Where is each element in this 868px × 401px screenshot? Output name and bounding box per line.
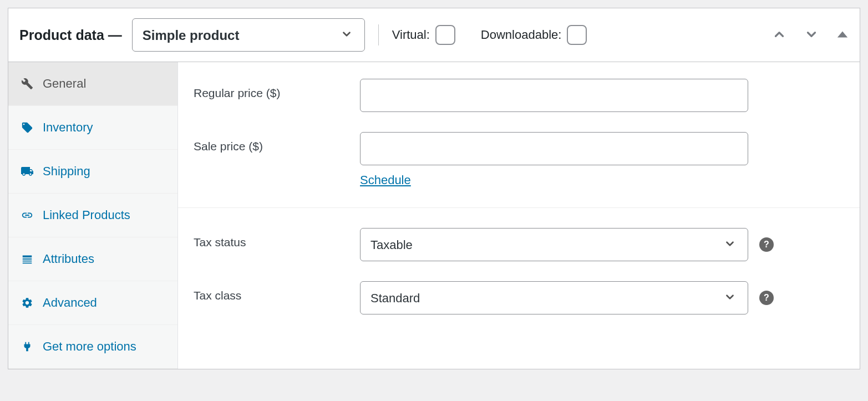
sidebar-item-label: Attributes: [43, 252, 94, 266]
truck-icon: [21, 165, 34, 178]
tax-class-row: Tax class Standard ?: [194, 281, 837, 314]
sidebar-item-label: Linked Products: [43, 208, 130, 222]
product-type-select[interactable]: Simple product: [132, 18, 365, 52]
downloadable-checkbox-group: Downloadable:: [481, 25, 587, 45]
downloadable-checkbox[interactable]: [567, 25, 587, 45]
help-icon[interactable]: ?: [759, 237, 774, 252]
sidebar-item-label: Advanced: [43, 296, 97, 310]
tax-class-select[interactable]: Standard: [360, 281, 748, 314]
list-icon: [21, 253, 34, 265]
tax-status-row: Tax status Taxable ?: [194, 228, 837, 261]
regular-price-row: Regular price ($): [194, 79, 837, 112]
product-data-panel: Product data — Simple product Virtual: D…: [8, 8, 860, 369]
tax-status-select[interactable]: Taxable: [360, 228, 748, 261]
header-controls: [772, 27, 849, 43]
svg-marker-0: [837, 31, 847, 37]
panel-header: Product data — Simple product Virtual: D…: [8, 8, 860, 62]
sidebar-item-attributes[interactable]: Attributes: [8, 237, 177, 281]
move-down-icon[interactable]: [804, 27, 819, 43]
product-type-select-wrap: Simple product: [132, 18, 365, 52]
toggle-panel-icon[interactable]: [836, 28, 849, 42]
plug-icon: [21, 341, 34, 353]
panel-body: General Inventory Shipping Linked Produc…: [8, 62, 860, 369]
tag-icon: [21, 121, 34, 134]
panel-title: Product data —: [19, 27, 122, 43]
regular-price-label: Regular price ($): [194, 79, 360, 100]
schedule-link[interactable]: Schedule: [360, 173, 411, 187]
sidebar-item-label: Get more options: [43, 339, 136, 354]
sidebar-item-label: Inventory: [43, 120, 93, 135]
sale-price-label: Sale price ($): [194, 132, 360, 153]
sidebar-item-advanced[interactable]: Advanced: [8, 281, 177, 325]
sidebar: General Inventory Shipping Linked Produc…: [8, 62, 178, 369]
wrench-icon: [21, 78, 34, 90]
sidebar-item-inventory[interactable]: Inventory: [8, 106, 177, 150]
sidebar-item-label: General: [43, 77, 86, 91]
downloadable-label: Downloadable:: [481, 28, 562, 42]
sidebar-item-linked-products[interactable]: Linked Products: [8, 194, 177, 237]
sidebar-item-get-more-options[interactable]: Get more options: [8, 325, 177, 369]
link-icon: [21, 209, 34, 221]
tax-status-label: Tax status: [194, 228, 360, 249]
divider: [378, 24, 379, 45]
virtual-checkbox-group: Virtual:: [392, 25, 455, 45]
tax-class-label: Tax class: [194, 281, 360, 302]
sidebar-item-shipping[interactable]: Shipping: [8, 150, 177, 194]
sale-price-row: Sale price ($) Schedule: [194, 132, 837, 187]
move-up-icon[interactable]: [772, 27, 786, 43]
section-divider: [178, 207, 860, 208]
help-icon[interactable]: ?: [759, 291, 774, 305]
sidebar-item-general[interactable]: General: [8, 62, 177, 106]
content-area: Regular price ($) Sale price ($) Schedul…: [178, 62, 860, 369]
virtual-checkbox[interactable]: [435, 25, 455, 45]
sale-price-input[interactable]: [360, 132, 748, 165]
virtual-label: Virtual:: [392, 28, 430, 42]
sidebar-item-label: Shipping: [43, 164, 90, 179]
regular-price-input[interactable]: [360, 79, 748, 112]
gear-icon: [21, 297, 34, 309]
